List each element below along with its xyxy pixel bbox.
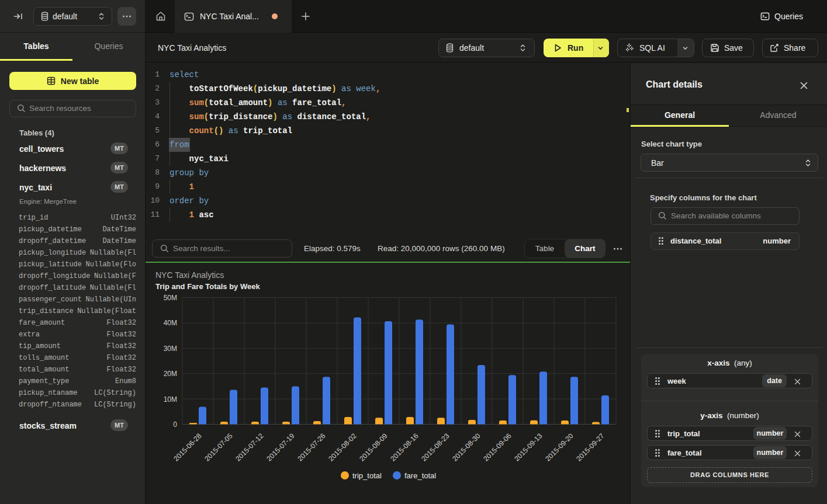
svg-text:50M: 50M	[164, 294, 177, 302]
svg-text:20M: 20M	[164, 370, 177, 378]
svg-text:2015-09-20: 2015-09-20	[544, 432, 575, 463]
svg-text:NYC Taxi Analytics: NYC Taxi Analytics	[155, 270, 224, 280]
svg-text:trip_total: trip_total	[352, 471, 382, 480]
svg-text:2015-06-28: 2015-06-28	[172, 432, 203, 463]
svg-text:2015-07-19: 2015-07-19	[265, 432, 296, 463]
svg-text:30M: 30M	[164, 345, 177, 353]
svg-text:2015-08-09: 2015-08-09	[358, 432, 389, 463]
svg-text:2015-08-23: 2015-08-23	[420, 432, 451, 463]
svg-text:40M: 40M	[164, 319, 177, 327]
svg-text:2015-09-13: 2015-09-13	[513, 432, 544, 463]
svg-text:2015-07-26: 2015-07-26	[296, 432, 327, 463]
svg-text:2015-08-30: 2015-08-30	[451, 432, 482, 463]
svg-text:10M: 10M	[164, 395, 177, 404]
svg-text:0: 0	[173, 420, 177, 429]
svg-text:2015-07-05: 2015-07-05	[203, 432, 234, 463]
svg-text:Trip and Fare Totals by Week: Trip and Fare Totals by Week	[155, 282, 260, 291]
svg-text:2015-08-02: 2015-08-02	[327, 432, 358, 463]
svg-text:2015-09-27: 2015-09-27	[575, 432, 606, 463]
svg-text:fare_total: fare_total	[404, 471, 436, 480]
svg-text:2015-09-06: 2015-09-06	[482, 432, 513, 463]
svg-text:2015-08-16: 2015-08-16	[389, 432, 420, 463]
svg-text:2015-07-12: 2015-07-12	[234, 432, 265, 463]
